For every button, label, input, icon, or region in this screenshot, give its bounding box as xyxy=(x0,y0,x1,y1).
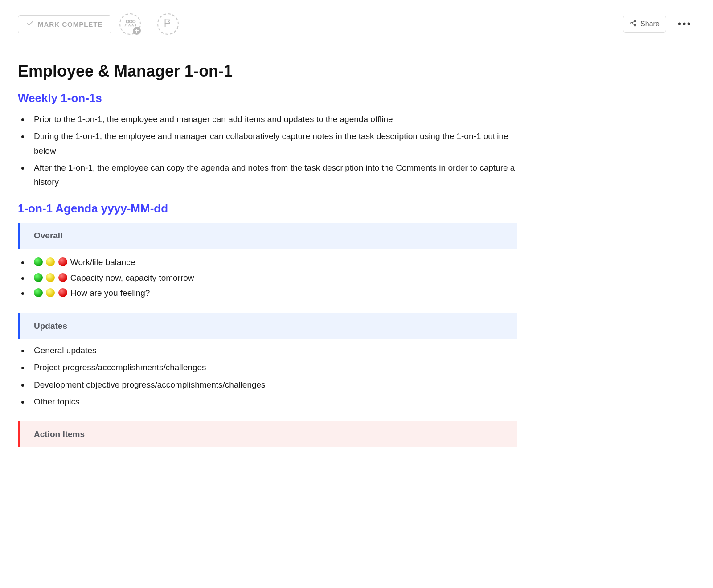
set-priority-button[interactable] xyxy=(157,13,179,35)
svg-line-7 xyxy=(632,24,635,25)
agenda-heading: 1-on-1 Agenda yyyy-MM-dd xyxy=(18,202,517,216)
list-item: Other topics xyxy=(29,395,517,409)
overall-callout: Overall xyxy=(18,223,517,249)
list-item: General updates xyxy=(29,343,517,358)
updates-callout: Updates xyxy=(18,313,517,339)
mark-complete-label: MARK COMPLETE xyxy=(38,20,103,28)
ellipsis-icon: ••• xyxy=(678,18,692,30)
red-dot-icon xyxy=(58,273,67,282)
list-item: Project progress/accomplishments/challen… xyxy=(29,360,517,375)
list-item: Prior to the 1-on-1, the employee and ma… xyxy=(29,112,517,127)
list-item-label: Work/life balance xyxy=(70,257,135,267)
list-item: Work/life balance xyxy=(29,255,517,270)
svg-line-6 xyxy=(632,21,635,23)
weekly-bullets: Prior to the 1-on-1, the employee and ma… xyxy=(18,112,517,189)
callout-title: Action Items xyxy=(34,429,503,439)
document-body: Employee & Manager 1-on-1 Weekly 1-on-1s… xyxy=(0,44,535,470)
overall-list: Work/life balance Capacity now, capacity… xyxy=(18,255,517,301)
red-dot-icon xyxy=(58,257,67,266)
svg-point-0 xyxy=(126,20,129,23)
svg-point-2 xyxy=(132,20,135,23)
mark-complete-button[interactable]: MARK COMPLETE xyxy=(18,15,111,33)
yellow-dot-icon xyxy=(46,273,55,282)
list-item: Development objective progress/accomplis… xyxy=(29,378,517,392)
yellow-dot-icon xyxy=(46,257,55,266)
green-dot-icon xyxy=(34,273,43,282)
list-item: During the 1-on-1, the employee and mana… xyxy=(29,129,517,158)
share-icon xyxy=(630,20,637,29)
plus-icon xyxy=(133,27,141,35)
page-title: Employee & Manager 1-on-1 xyxy=(18,62,517,81)
updates-list: General updates Project progress/accompl… xyxy=(18,343,517,409)
weekly-heading: Weekly 1-on-1s xyxy=(18,91,517,105)
toolbar-divider xyxy=(149,16,149,32)
red-dot-icon xyxy=(58,288,67,297)
list-item-label: How are you feeling? xyxy=(70,288,150,298)
list-item-label: Capacity now, capacity tomorrow xyxy=(70,273,194,282)
check-icon xyxy=(26,20,33,29)
action-items-callout: Action Items xyxy=(18,421,517,447)
green-dot-icon xyxy=(34,288,43,297)
list-item: Capacity now, capacity tomorrow xyxy=(29,270,517,286)
share-button[interactable]: Share xyxy=(623,16,666,33)
yellow-dot-icon xyxy=(46,288,55,297)
toolbar: MARK COMPLETE Share •• xyxy=(0,0,713,44)
list-item: After the 1-on-1, the employee can copy … xyxy=(29,161,517,190)
share-label: Share xyxy=(640,20,660,28)
svg-point-1 xyxy=(129,20,132,23)
green-dot-icon xyxy=(34,257,43,266)
add-assignee-button[interactable] xyxy=(119,13,141,35)
callout-title: Overall xyxy=(34,231,503,241)
callout-title: Updates xyxy=(34,321,503,331)
more-options-button[interactable]: ••• xyxy=(674,16,695,32)
list-item: How are you feeling? xyxy=(29,286,517,301)
flag-icon xyxy=(163,18,173,30)
